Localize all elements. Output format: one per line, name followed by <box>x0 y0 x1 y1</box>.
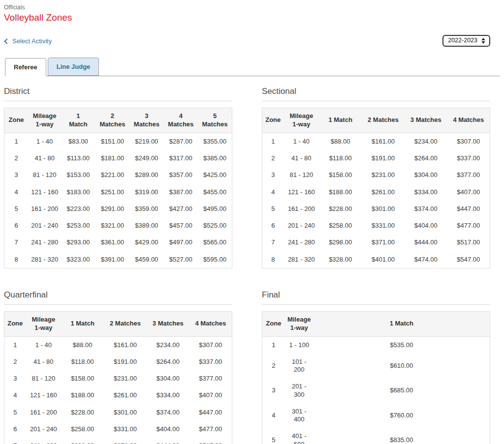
column-header: Zone <box>262 108 284 133</box>
table-cell: 1 <box>262 133 284 150</box>
table-cell: $357.00 <box>164 167 198 183</box>
table-cell: 3 <box>262 167 284 183</box>
table-row: 11 - 100$535.00 <box>262 336 490 354</box>
table-row: 11 - 40$88.00$161.00$234.00$307.00 <box>262 133 490 150</box>
table-cell: $264.00 <box>147 354 189 370</box>
table-cell: 241 - 280 <box>28 234 61 251</box>
table-cell: $459.00 <box>129 251 163 268</box>
table-cell: $427.00 <box>164 201 198 217</box>
select-activity-link[interactable]: Select Activity <box>5 37 52 45</box>
final-table: ZoneMileage 1-way1 Match11 - 100$535.002… <box>262 311 490 444</box>
table-cell: $228.00 <box>61 404 104 421</box>
table-cell: $474.00 <box>405 251 447 268</box>
table-cell: $191.00 <box>362 150 405 167</box>
table-cell: $249.00 <box>129 150 163 167</box>
column-header: Zone <box>4 108 29 133</box>
table-cell: 5 <box>4 404 26 421</box>
table-cell: $361.00 <box>95 234 129 251</box>
table-cell: $323.00 <box>61 251 95 268</box>
section-final: Final ZoneMileage 1-way1 Match11 - 100$5… <box>262 290 490 444</box>
section-heading-final: Final <box>262 290 490 305</box>
table-row: 4121 - 160$188.00$261.00$334.00$407.00 <box>4 387 232 404</box>
table-row: 381 - 120$158.00$231.00$304.00$377.00 <box>4 370 232 387</box>
table-cell: $385.00 <box>198 150 232 167</box>
column-header: 4 Matches <box>447 108 490 133</box>
table-cell: $219.00 <box>129 133 163 150</box>
column-header: Mileage 1-way <box>284 108 319 133</box>
table-cell: $301.00 <box>362 201 405 217</box>
table-cell: $258.00 <box>61 421 104 438</box>
table-row: 5161 - 200$223.00$291.00$359.00$427.00$4… <box>4 201 232 217</box>
table-cell: 2 <box>4 354 26 370</box>
table-row: 8281 - 320$323.00$391.00$459.00$527.00$5… <box>4 251 232 268</box>
season-dropdown[interactable]: 2022-2023 <box>442 35 490 47</box>
table-cell: 41 - 80 <box>28 150 61 167</box>
district-table: ZoneMileage 1-way1 Match2 Matches3 Match… <box>4 108 232 268</box>
column-header: Zone <box>262 311 285 336</box>
table-cell: $685.00 <box>314 378 490 403</box>
column-header: 4 Matches <box>164 108 198 133</box>
table-cell: 201 - 240 <box>26 421 61 438</box>
tab-referee[interactable]: Referee <box>5 58 46 76</box>
table-cell: $407.00 <box>189 387 232 404</box>
table-cell: 3 <box>4 167 29 183</box>
table-cell: $191.00 <box>104 354 147 370</box>
select-activity-label: Select Activity <box>12 37 52 45</box>
table-cell: $477.00 <box>189 421 232 438</box>
table-cell: 1 - 100 <box>285 336 314 354</box>
table-cell: $760.00 <box>314 403 490 428</box>
table-cell: $371.00 <box>104 438 147 444</box>
table-cell: $317.00 <box>164 150 198 167</box>
table-cell: 401 - 500 <box>285 428 314 444</box>
table-row: 7241 - 280$293.00$361.00$429.00$497.00$5… <box>4 234 232 251</box>
section-sectional: Sectional ZoneMileage 1-way1 Match2 Matc… <box>262 87 490 268</box>
table-cell: 301 - 400 <box>285 403 314 428</box>
table-cell: 6 <box>4 421 26 438</box>
zones-grid: District ZoneMileage 1-way1 Match2 Match… <box>4 87 490 444</box>
column-header: 2 Matches <box>362 108 405 133</box>
table-cell: 5 <box>262 201 284 217</box>
table-cell: 101 - 200 <box>285 354 314 379</box>
table-header-row: ZoneMileage 1-way1 Match2 Matches3 Match… <box>4 311 232 336</box>
table-cell: 5 <box>262 428 285 444</box>
column-header: Mileage 1-way <box>285 311 314 336</box>
table-cell: $319.00 <box>129 184 163 201</box>
table-cell: $113.00 <box>61 150 95 167</box>
section-heading-quarterfinal: Quarterfinal <box>4 290 232 305</box>
table-cell: $223.00 <box>61 201 95 217</box>
table-cell: $517.00 <box>447 234 490 251</box>
table-cell: 281 - 320 <box>28 251 61 268</box>
table-cell: $477.00 <box>447 217 490 234</box>
table-cell: 81 - 120 <box>28 167 61 183</box>
table-row: 6201 - 240$253.00$321.00$389.00$457.00$5… <box>4 217 232 234</box>
table-cell: $387.00 <box>164 184 198 201</box>
table-cell: $331.00 <box>362 217 405 234</box>
table-cell: $234.00 <box>147 336 189 354</box>
table-cell: $495.00 <box>198 201 232 217</box>
table-cell: $328.00 <box>319 251 362 268</box>
table-cell: $161.00 <box>104 336 147 354</box>
table-row: 7241 - 280$298.00$371.00$444.00$517.00 <box>4 438 232 444</box>
table-cell: $83.00 <box>61 133 95 150</box>
table-cell: $429.00 <box>129 234 163 251</box>
table-cell: $595.00 <box>198 251 232 268</box>
table-cell: $261.00 <box>362 184 405 201</box>
table-cell: 201 - 300 <box>285 378 314 403</box>
table-cell: $337.00 <box>447 150 490 167</box>
table-row: 241 - 80$118.00$191.00$264.00$337.00 <box>4 354 232 370</box>
tab-bar: Referee Line Judge <box>5 58 500 76</box>
section-heading-district: District <box>4 87 232 101</box>
table-cell: 81 - 120 <box>284 167 319 183</box>
tab-line-judge[interactable]: Line Judge <box>48 58 99 76</box>
column-header: Mileage 1-way <box>26 311 61 336</box>
table-cell: $118.00 <box>319 150 362 167</box>
table-cell: $355.00 <box>198 133 232 150</box>
table-cell: 41 - 80 <box>284 150 319 167</box>
column-header: Mileage 1-way <box>28 108 61 133</box>
table-row: 4121 - 160$183.00$251.00$319.00$387.00$4… <box>4 184 232 201</box>
page-container: Officials Volleyball Zones Select Activi… <box>0 0 504 444</box>
table-row: 5401 - 500$835.00 <box>262 428 490 444</box>
table-cell: $158.00 <box>61 370 104 387</box>
table-cell: 4 <box>4 387 26 404</box>
table-cell: $457.00 <box>164 217 198 234</box>
